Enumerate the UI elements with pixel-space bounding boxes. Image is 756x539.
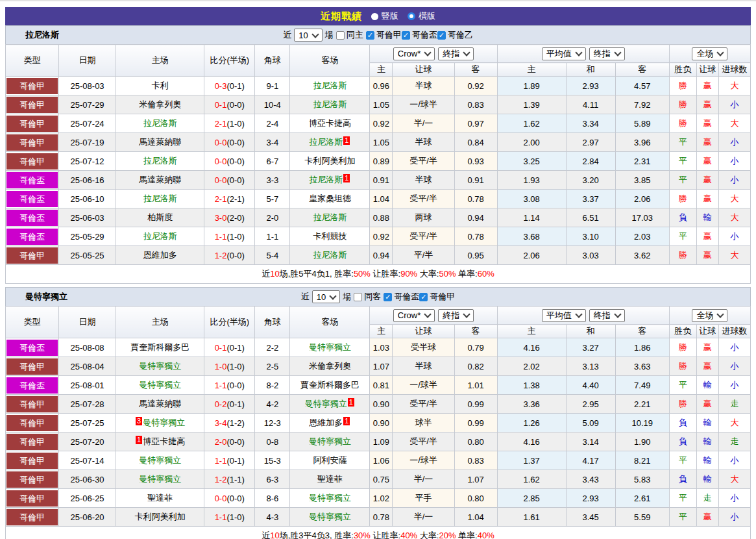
corner-cell: 4-3 — [255, 508, 290, 527]
handicap-cell: 受平/半 — [393, 432, 454, 451]
home-team-cell: 拉尼洛斯 — [116, 114, 204, 133]
odds-stage-value: 終指 — [443, 48, 459, 60]
league-filter-checkbox[interactable]: ✓哥倫盃 — [402, 29, 437, 41]
result-wdl-cell: 平 — [669, 508, 696, 527]
radio-label: 豎版 — [382, 10, 398, 22]
sub-col-handicap-result: 让球 — [696, 325, 718, 338]
home-team-cell: 賈奎斯科爾多巴 — [116, 338, 204, 357]
recent-count-select[interactable]: 10 — [312, 290, 340, 303]
summary-text-segment: 40% — [478, 531, 494, 539]
avg-away-cell: 3.85 — [615, 171, 669, 190]
away-team-cell: 恩維加多1 — [290, 414, 370, 432]
league-label: 哥倫甲 — [6, 358, 58, 375]
league-filter-checkbox[interactable]: ✓哥倫甲 — [366, 29, 402, 41]
odds-stage-select[interactable]: 終指 — [438, 47, 474, 60]
match-row: 哥倫盃25-08-01曼特寧獨立1-1(0-0)8-2賈奎斯科爾多巴0.81一/… — [6, 376, 751, 395]
result-goals-cell: 小 — [718, 95, 750, 114]
odds-home-cell: 1.03 — [370, 338, 393, 357]
odds-home-cell: 1.04 — [370, 190, 393, 208]
col-home: 主场 — [116, 45, 204, 77]
layout-radio-option[interactable]: 豎版 — [371, 10, 398, 22]
chevron-down-icon — [614, 310, 621, 318]
scope-select[interactable]: 全场 — [692, 47, 727, 60]
result-goals-cell: 大 — [718, 246, 750, 265]
avg-away-cell: 3.96 — [615, 133, 669, 152]
league-label: 哥倫甲 — [6, 434, 58, 450]
recent-count-value: 10 — [317, 292, 326, 302]
layout-radio-option[interactable]: 橫版 — [408, 10, 435, 22]
result-wdl-cell: 勝 — [669, 95, 696, 114]
away-team-cell: 米倫拿列奧 — [290, 357, 370, 376]
avg-draw-cell: 3.27 — [566, 338, 615, 357]
odds-away-cell: 0.80 — [454, 432, 497, 451]
corner-cell: 5-4 — [255, 246, 290, 265]
avg-draw-cell: 3.14 — [566, 432, 615, 451]
league-label: 哥倫甲 — [6, 490, 58, 507]
score-fulltime: 1-0 — [215, 362, 227, 371]
home-team-cell: 聖達菲 — [116, 489, 204, 508]
home-team-cell: 卡利 — [116, 77, 204, 95]
team-name: 拉尼洛斯 — [143, 231, 177, 241]
result-wdl-cell: 平 — [669, 133, 696, 152]
score-fulltime: 2-0 — [215, 437, 227, 447]
odds-stage-select[interactable]: 終指 — [438, 309, 474, 322]
result-goals-cell: 小 — [718, 227, 750, 246]
league-filter-checkbox[interactable]: ✓哥倫盃 — [384, 291, 419, 303]
date-cell: 25-07-14 — [59, 451, 116, 470]
team-name: 拉尼洛斯 — [313, 81, 347, 90]
scope-select[interactable]: 全场 — [692, 309, 727, 322]
checkbox-icon: ✓ — [419, 293, 428, 301]
result-wdl-cell: 平 — [669, 227, 696, 246]
avg-home-cell: 1.14 — [497, 208, 566, 227]
league-filter-checkbox[interactable]: ✓哥倫甲 — [419, 291, 455, 303]
result-handicap-cell: 赢 — [696, 133, 718, 152]
home-team-cell: 3曼特寧獨立 — [116, 414, 204, 432]
league-filter-label: 哥倫乙 — [448, 29, 473, 41]
avg-odds-select[interactable]: 平均值 — [542, 47, 586, 60]
team-name: 聖達菲 — [147, 493, 173, 503]
avg-draw-cell: 3.37 — [566, 190, 615, 208]
same-venue-checkbox[interactable]: 同客 — [354, 291, 381, 303]
recent-matches-table: 类型 日期 主场 比分(半场) 角球 客场 Crow* 終指 平均值 终指 — [5, 306, 751, 539]
league-filter-checkbox[interactable]: ✓哥倫乙 — [437, 29, 473, 41]
corner-cell: 8-6 — [255, 489, 290, 508]
avg-home-cell: 1.37 — [497, 451, 566, 470]
team-name: 恩維加多 — [309, 418, 343, 427]
team-name: 拉尼洛斯 — [309, 137, 343, 147]
avg-stage-select[interactable]: 终指 — [589, 47, 625, 60]
recent-count-select[interactable]: 10 — [294, 29, 322, 42]
odds-company-select[interactable]: Crow* — [393, 47, 435, 60]
league-cell: 哥倫甲 — [6, 508, 59, 527]
col-corner: 角球 — [255, 307, 290, 338]
avg-away-cell: 2.61 — [615, 489, 669, 508]
avg-stage-select[interactable]: 终指 — [589, 309, 625, 322]
browser-top-strip — [0, 0, 756, 7]
red-card-badge: 1 — [136, 436, 142, 444]
score-halftime: (0-0) — [226, 138, 244, 147]
summary-text-segment: 60% — [478, 269, 494, 279]
chevron-down-icon — [424, 310, 432, 318]
avg-draw-cell: 3.45 — [566, 508, 615, 527]
odds-company-select[interactable]: Crow* — [393, 309, 435, 322]
sub-col-goals: 进球数 — [718, 325, 750, 338]
recent-count-value: 10 — [299, 31, 308, 40]
date-cell: 25-08-04 — [59, 357, 116, 376]
scope-value: 全场 — [696, 48, 713, 60]
same-venue-checkbox[interactable]: 同主 — [336, 29, 363, 41]
avg-home-cell: 3.36 — [497, 395, 566, 414]
league-filter-label: 哥倫盃 — [394, 291, 419, 303]
date-cell: 25-08-03 — [59, 77, 116, 95]
sub-col-handicap-result: 让球 — [696, 63, 718, 77]
odds-away-cell: 0.99 — [454, 395, 497, 414]
summary-text-segment: 大率: — [417, 269, 439, 279]
scope-select-cell: 全场 — [669, 45, 750, 63]
result-wdl-cell: 勝 — [669, 357, 696, 376]
team-name: 米倫拿列奧 — [139, 99, 181, 109]
col-date: 日期 — [59, 307, 116, 338]
filter-controls: 近 10 場 同客 ✓哥倫盃✓哥倫甲 — [6, 290, 750, 303]
league-cell: 哥倫甲 — [6, 414, 59, 432]
league-label: 哥倫甲 — [6, 415, 58, 431]
handicap-cell: 受半球 — [393, 338, 454, 357]
avg-odds-select[interactable]: 平均值 — [542, 309, 586, 322]
home-team-cell: 1博亞卡捷高 — [116, 432, 204, 451]
